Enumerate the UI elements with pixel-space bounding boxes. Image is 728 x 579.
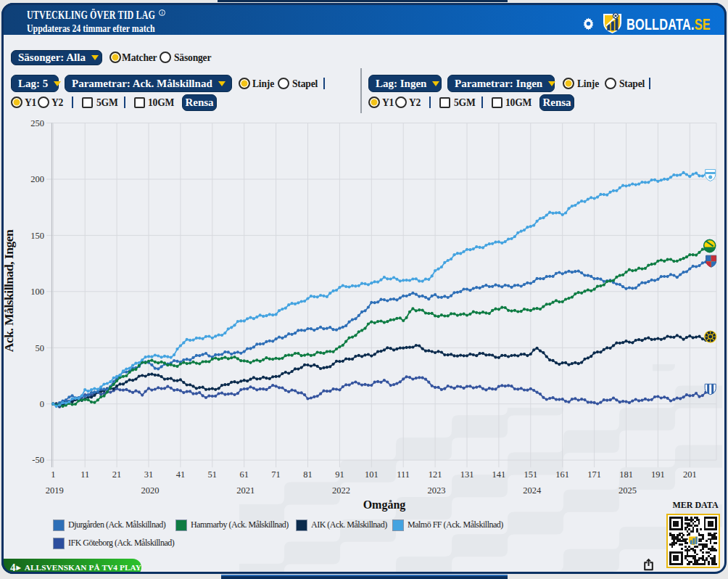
svg-text:1: 1 xyxy=(51,469,55,480)
svg-text:141: 141 xyxy=(492,469,506,480)
svg-text:200: 200 xyxy=(30,174,44,184)
svg-text:11: 11 xyxy=(80,469,89,480)
svg-text:41: 41 xyxy=(176,469,186,480)
svg-text:100: 100 xyxy=(30,287,44,297)
svg-text:191: 191 xyxy=(651,469,665,480)
svg-text:2024: 2024 xyxy=(523,485,542,496)
svg-text:51: 51 xyxy=(208,469,218,480)
svg-text:121: 121 xyxy=(429,469,442,480)
svg-text:71: 71 xyxy=(271,469,281,480)
svg-text:0: 0 xyxy=(40,399,44,409)
svg-text:131: 131 xyxy=(460,469,474,480)
svg-text:171: 171 xyxy=(587,469,601,480)
svg-text:91: 91 xyxy=(335,469,344,480)
svg-text:2025: 2025 xyxy=(619,485,637,496)
svg-text:2022: 2022 xyxy=(332,485,350,496)
svg-text:-50: -50 xyxy=(32,455,44,465)
svg-text:50: 50 xyxy=(36,343,45,353)
svg-text:Ack. Målskillnad, Ingen: Ack. Målskillnad, Ingen xyxy=(1,229,16,352)
svg-text:21: 21 xyxy=(112,469,122,480)
svg-text:201: 201 xyxy=(683,469,697,480)
svg-text:81: 81 xyxy=(303,469,313,480)
svg-text:Omgång: Omgång xyxy=(363,498,406,512)
svg-text:250: 250 xyxy=(30,118,44,128)
svg-text:BOLLDATA.SE: BOLLDATA.SE xyxy=(626,15,711,33)
svg-text:2023: 2023 xyxy=(428,485,446,496)
svg-text:2021: 2021 xyxy=(236,485,255,496)
svg-text:181: 181 xyxy=(619,469,633,480)
svg-text:61: 61 xyxy=(239,469,249,480)
svg-text:150: 150 xyxy=(30,231,44,241)
svg-text:111: 111 xyxy=(397,469,410,480)
svg-text:101: 101 xyxy=(365,469,379,480)
svg-text:2020: 2020 xyxy=(141,485,160,496)
svg-text:31: 31 xyxy=(144,469,154,480)
svg-text:151: 151 xyxy=(524,469,537,480)
svg-text:2019: 2019 xyxy=(46,485,64,496)
svg-text:161: 161 xyxy=(555,469,569,480)
